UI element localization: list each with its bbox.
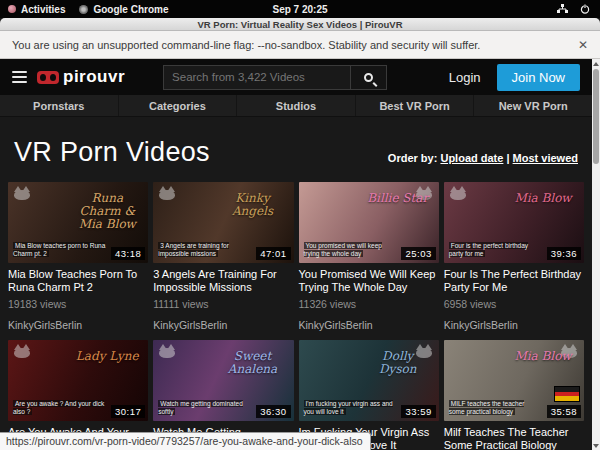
search-button[interactable]: [351, 65, 387, 90]
studio-cat-mask-icon: [158, 186, 176, 200]
thumbnail-overlay-title: Kinky Angels: [218, 192, 288, 218]
activities-label: Activities: [21, 4, 65, 15]
studio-cat-mask-icon: [13, 186, 31, 200]
page-header: VR Porn Videos Order by: Upload date | M…: [0, 117, 592, 168]
nav-item-pornstars[interactable]: Pornstars: [0, 95, 119, 116]
order-by-controls: Order by: Upload date | Most viewed: [388, 152, 578, 168]
video-thumbnail[interactable]: Mia Blow Four is the perfect birthday pa…: [444, 182, 584, 263]
chrome-icon: [79, 5, 88, 14]
video-card-2[interactable]: Kinky Angels 3 Angels are training for i…: [153, 182, 293, 331]
video-duration-badge: 30:17: [111, 405, 145, 418]
thumbnail-overlay-title: Lady Lyne: [72, 350, 142, 363]
studio-cat-mask-icon: [449, 186, 467, 200]
scrollbar-thumb[interactable]: [593, 69, 599, 164]
join-now-button[interactable]: Join Now: [497, 64, 580, 91]
studio-cat-mask-icon: [13, 344, 31, 358]
vr-headset-icon: [37, 71, 59, 84]
site-header: pirouvr Login Join Now: [0, 59, 592, 95]
vertical-scrollbar[interactable]: [592, 59, 600, 450]
nav-item-best-vr-porn[interactable]: Best VR Porn: [356, 95, 475, 116]
scroll-up-arrow-icon[interactable]: [592, 59, 600, 68]
video-duration-badge: 36:30: [256, 405, 290, 418]
video-thumbnail[interactable]: Billie Star You promised we will keep tr…: [299, 182, 439, 263]
video-thumbnail[interactable]: Kinky Angels 3 Angels are training for i…: [153, 182, 293, 263]
video-duration-badge: 35:58: [547, 405, 581, 418]
video-thumbnail[interactable]: Lady Lyne Are you awake ? And your dick …: [8, 340, 148, 421]
video-studio-link[interactable]: KinkyGirlsBerlin: [153, 319, 293, 331]
order-by-upload-date-link[interactable]: Upload date: [440, 152, 503, 164]
thumbnail-caption: I'm fucking your virgin ass and you will…: [304, 400, 397, 416]
video-thumbnail[interactable]: Sweet Analena Watch me getting dominated…: [153, 340, 293, 421]
browser-viewport: pirouvr Login Join Now Pornstars Categor…: [0, 59, 600, 450]
video-thumbnail[interactable]: Mia Blow MILF teaches the teacher some p…: [444, 340, 584, 421]
order-by-separator: |: [506, 152, 509, 164]
infobar-message: You are using an unsupported command-lin…: [12, 39, 480, 51]
video-duration-badge: 43:18: [111, 247, 145, 260]
video-thumbnail[interactable]: Dolly Dyson I'm fucking your virgin ass …: [299, 340, 439, 421]
infobar-close-icon[interactable]: ✕: [578, 38, 588, 52]
studio-cat-mask-icon: [158, 344, 176, 358]
video-studio-link[interactable]: KinkyGirlsBerlin: [299, 319, 439, 331]
search-icon: [364, 73, 373, 82]
thumbnail-caption: You promised we will keep trying the who…: [304, 242, 397, 258]
nav-item-studios[interactable]: Studios: [237, 95, 356, 116]
video-duration-badge: 25:03: [401, 247, 435, 260]
nav-item-new-vr-porn[interactable]: New VR Porn: [474, 95, 592, 116]
app-menu-button[interactable]: Google Chrome: [79, 4, 168, 15]
thumbnail-overlay-title: Mia Blow: [508, 192, 578, 205]
thumbnail-overlay-title: Billie Star: [363, 192, 433, 205]
video-title[interactable]: 3 Angels Are Training For Impossible Mis…: [153, 268, 293, 294]
search-input[interactable]: [163, 65, 351, 90]
hamburger-menu-icon[interactable]: [12, 71, 27, 83]
system-top-bar: Activities Google Chrome Sep 7 20:25: [0, 0, 600, 18]
video-views: 11111 views: [153, 298, 293, 310]
video-grid: Runa Charm & Mia Blow Mia Blow teaches p…: [0, 168, 592, 450]
video-duration-badge: 33:59: [401, 405, 435, 418]
main-nav: Pornstars Categories Studios Best VR Por…: [0, 95, 592, 117]
status-bar-url: https://pirouvr.com/vr-porn-video/779325…: [0, 432, 371, 450]
order-by-most-viewed-link[interactable]: Most viewed: [513, 152, 578, 164]
search-bar: [163, 65, 387, 90]
video-card-3[interactable]: Billie Star You promised we will keep tr…: [299, 182, 439, 331]
video-studio-link[interactable]: KinkyGirlsBerlin: [444, 319, 584, 331]
site-logo-text: pirouvr: [63, 67, 125, 87]
window-titlebar[interactable]: VR Porn: Virtual Reality Sex Videos | Pi…: [0, 18, 600, 31]
site-logo[interactable]: pirouvr: [37, 67, 125, 87]
video-card-4[interactable]: Mia Blow Four is the perfect birthday pa…: [444, 182, 584, 331]
video-title[interactable]: Four Is The Perfect Birthday Party For M…: [444, 268, 584, 294]
thumbnail-overlay-title: Runa Charm & Mia Blow: [72, 192, 142, 231]
thumbnail-overlay-title: Sweet Analena: [218, 350, 288, 376]
video-card-1[interactable]: Runa Charm & Mia Blow Mia Blow teaches p…: [8, 182, 148, 331]
video-card-8[interactable]: Mia Blow MILF teaches the teacher some p…: [444, 340, 584, 450]
app-menu-label: Google Chrome: [93, 4, 168, 15]
activities-icon: [8, 5, 16, 13]
power-icon[interactable]: [580, 4, 590, 14]
video-thumbnail[interactable]: Runa Charm & Mia Blow Mia Blow teaches p…: [8, 182, 148, 263]
video-views: 11326 views: [299, 298, 439, 310]
page-title: VR Porn Videos: [14, 137, 210, 168]
video-views: 6958 views: [444, 298, 584, 310]
scroll-down-arrow-icon[interactable]: [592, 441, 600, 450]
thumbnail-overlay-title: Mia Blow: [508, 350, 578, 363]
thumbnail-caption: Are you awake ? And your dick also ?: [13, 400, 106, 416]
video-duration-badge: 39:36: [547, 247, 581, 260]
video-title[interactable]: You Promised We Will Keep Trying The Who…: [299, 268, 439, 294]
thumbnail-caption: Mia Blow teaches porn to Runa Charm pt. …: [13, 242, 106, 258]
video-duration-badge: 47:01: [256, 247, 290, 260]
german-flag-icon: [554, 386, 580, 402]
chrome-infobar: You are using an unsupported command-lin…: [0, 31, 600, 59]
video-title[interactable]: Milf Teaches The Teacher Some Practical …: [444, 426, 584, 450]
thumbnail-caption: Watch me getting dominated softly: [158, 400, 251, 416]
login-link[interactable]: Login: [449, 70, 481, 85]
window-title: VR Porn: Virtual Reality Sex Videos | Pi…: [197, 19, 402, 30]
thumbnail-overlay-title: Dolly Dyson: [363, 350, 433, 376]
thumbnail-caption: 3 Angels are training for impossible mis…: [158, 242, 251, 258]
video-studio-link[interactable]: KinkyGirlsBerlin: [8, 319, 148, 331]
nav-item-categories[interactable]: Categories: [119, 95, 238, 116]
thumbnail-caption: MILF teaches the teacher some practical …: [449, 400, 542, 416]
thumbnail-caption: Four is the perfect birthday party for m…: [449, 242, 542, 258]
video-views: 19183 views: [8, 298, 148, 310]
network-icon[interactable]: [557, 4, 568, 14]
video-title[interactable]: Mia Blow Teaches Porn To Runa Charm Pt 2: [8, 268, 148, 294]
activities-button[interactable]: Activities: [8, 4, 65, 15]
